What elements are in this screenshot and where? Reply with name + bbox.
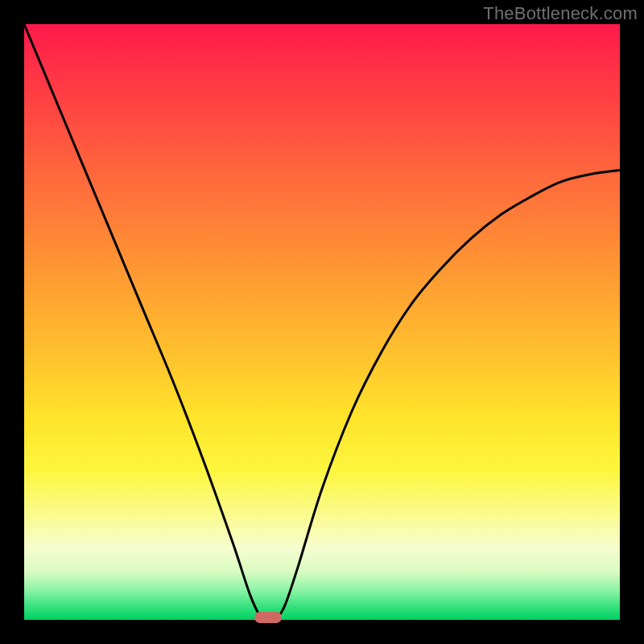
curve-svg [24,24,620,620]
minimum-marker [254,612,282,623]
plot-area [24,24,620,620]
watermark-text: TheBottleneck.com [483,3,638,24]
bottleneck-curve [24,24,620,621]
chart-frame: TheBottleneck.com [0,0,644,644]
